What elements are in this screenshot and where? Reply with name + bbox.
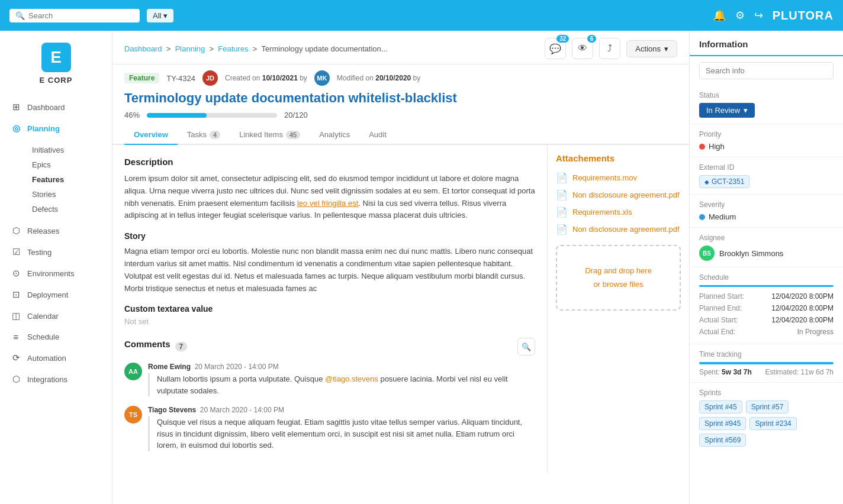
- comment-avatar: TS: [124, 406, 142, 424]
- search-icon: 🔍: [15, 11, 25, 20]
- sidebar-sub-planning: Initiatives Epics Features Stories Defec…: [0, 139, 112, 220]
- progress-bar: [147, 113, 277, 118]
- sprint-tag[interactable]: Sprint #45: [699, 400, 742, 413]
- priority-row: High: [699, 142, 834, 151]
- sidebar-item-deployment[interactable]: ⊡ Deployment: [0, 284, 112, 305]
- actual-start-row: Actual Start: 12/04/2020 8:00PM: [699, 314, 834, 326]
- sprint-tag[interactable]: Sprint #234: [749, 417, 796, 430]
- created-meta: Created on 10/10/2021 by: [225, 74, 307, 82]
- header-actions: 💬 32 👁 6 ⤴ Actions ▾: [545, 38, 677, 59]
- comment-item: AA Rome Ewing 20 March 2020 - 14:00 PM N…: [124, 363, 535, 396]
- sidebar-item-planning[interactable]: ◎ Planning: [0, 118, 112, 139]
- actions-button[interactable]: Actions ▾: [626, 40, 677, 57]
- sidebar-nav: ⊞ Dashboard ◎ Planning Initiatives Epics…: [0, 96, 112, 390]
- actual-start-val: 12/04/2020 8:00PM: [771, 316, 834, 324]
- tab-analytics[interactable]: Analytics: [310, 125, 359, 145]
- comment-text: Quisque vel risus a neque aliquam feugia…: [157, 416, 535, 451]
- attachments-title: Attachements: [556, 153, 681, 163]
- sprint-tag[interactable]: Sprint #945: [699, 417, 746, 430]
- tab-audit[interactable]: Audit: [359, 125, 396, 145]
- sidebar-item-releases[interactable]: ⬡ Releases: [0, 220, 112, 241]
- sidebar-sub-item-stories[interactable]: Stories: [25, 187, 112, 202]
- comment-meta: Tiago Stevens 20 March 2020 - 14:00 PM: [148, 406, 535, 414]
- gear-icon[interactable]: ⚙: [735, 9, 745, 22]
- comment-body: Tiago Stevens 20 March 2020 - 14:00 PM Q…: [148, 406, 535, 451]
- comment-meta: Rome Ewing 20 March 2020 - 14:00 PM: [148, 363, 535, 371]
- search-info-input[interactable]: [700, 63, 833, 79]
- status-button[interactable]: In Review ▾: [699, 103, 755, 118]
- sidebar-item-calendar[interactable]: ◫ Calendar: [0, 305, 112, 327]
- sidebar-item-integrations[interactable]: ⬡ Integrations: [0, 369, 112, 390]
- assignee-avatar: BS: [699, 245, 715, 261]
- time-estimated-val: 11w 6d 7h: [801, 368, 834, 376]
- external-id-badge[interactable]: ◆ GCT-2351: [699, 175, 749, 188]
- tab-tasks[interactable]: Tasks 4: [178, 125, 230, 145]
- comments-button[interactable]: 💬 32: [545, 38, 566, 59]
- modifier-avatar: MK: [314, 70, 330, 86]
- story-text: Magna etiam tempor orci eu lobortis. Mol…: [124, 245, 535, 295]
- breadcrumb-dashboard[interactable]: Dashboard: [124, 44, 162, 53]
- comment-text: Nullam lobortis ipsum a porta vulputate.…: [157, 373, 535, 396]
- search-info-box[interactable]: [699, 62, 834, 79]
- progress-percent: 46%: [124, 111, 140, 119]
- calendar-icon: ◫: [11, 311, 21, 321]
- share-button[interactable]: ⤴: [599, 38, 620, 59]
- search-input[interactable]: [28, 11, 105, 20]
- attachment-item[interactable]: 📄 Requirements.mov: [556, 169, 681, 186]
- releases-icon: ⬡: [11, 225, 21, 236]
- sidebar-sub-item-epics[interactable]: Epics: [25, 157, 112, 172]
- comment-item: TS Tiago Stevens 20 March 2020 - 14:00 P…: [124, 406, 535, 451]
- breadcrumb-planning[interactable]: Planning: [175, 44, 205, 53]
- deployment-icon: ⊡: [11, 289, 21, 300]
- search-filter-dropdown[interactable]: All ▾: [147, 9, 173, 22]
- sidebar-item-schedule[interactable]: ≡ Schedule: [0, 327, 112, 347]
- planned-end-val: 12/04/2020 8:00PM: [771, 304, 834, 312]
- logout-icon[interactable]: ↪: [754, 9, 763, 22]
- company-name: E CORP: [40, 76, 73, 85]
- bell-icon[interactable]: 🔔: [713, 9, 726, 22]
- comments-header: Comments 7 🔍: [124, 338, 535, 356]
- views-button[interactable]: 👁 6: [572, 38, 593, 59]
- planned-end-row: Planned End: 12/04/2020 8:00PM: [699, 302, 834, 314]
- tab-overview[interactable]: Overview: [124, 125, 178, 145]
- file-dropzone[interactable]: Drag and drop here or browse files: [556, 245, 681, 311]
- tab-linked-items[interactable]: Linked Items 45: [230, 125, 310, 145]
- priority-section: Priority High: [690, 124, 843, 157]
- sidebar-item-label: Schedule: [27, 332, 59, 341]
- priority-value: High: [709, 142, 725, 151]
- planned-end-label: Planned End:: [699, 304, 742, 312]
- search-box[interactable]: 🔍: [9, 9, 140, 22]
- schedule-icon: ≡: [11, 332, 21, 342]
- sidebar-sub-item-initiatives[interactable]: Initiatives: [25, 143, 112, 157]
- status-label: Status: [699, 91, 834, 99]
- attachment-item[interactable]: 📄 Non disclosoure agreement.pdf: [556, 186, 681, 203]
- comment-mention[interactable]: @tiago.stevens: [325, 374, 378, 383]
- breadcrumb-features[interactable]: Features: [218, 44, 248, 53]
- sidebar-item-dashboard[interactable]: ⊞ Dashboard: [0, 96, 112, 118]
- comments-badge: 32: [556, 35, 569, 43]
- dropzone-text2: or: [594, 280, 601, 289]
- comment-line: Quisque vel risus a neque aliquam feugia…: [148, 416, 535, 451]
- sprint-tag[interactable]: Sprint #569: [699, 434, 746, 447]
- external-id-section: External ID ◆ GCT-2351: [690, 157, 843, 195]
- browse-files-link[interactable]: browse files: [603, 280, 643, 289]
- sidebar-item-automation[interactable]: ⟳ Automation: [0, 347, 112, 369]
- actual-start-label: Actual Start:: [699, 316, 738, 324]
- comment-search-button[interactable]: 🔍: [517, 338, 535, 356]
- actual-end-val: In Progress: [797, 328, 834, 336]
- sidebar-item-testing[interactable]: ☑ Testing: [0, 241, 112, 263]
- attachment-item[interactable]: 📄 Non disclosoure agreement.pdf: [556, 221, 681, 238]
- sidebar-sub-item-features[interactable]: Features: [25, 172, 112, 187]
- content-side: Attachements 📄 Requirements.mov 📄 Non di…: [547, 145, 689, 473]
- planned-start-label: Planned Start:: [699, 292, 744, 301]
- sidebar-item-environments[interactable]: ⊙ Environments: [0, 263, 112, 284]
- external-id-value: GCT-2351: [712, 177, 744, 186]
- description-link[interactable]: leo vel fringilla est: [297, 199, 358, 208]
- custom-field-title: Custom textarea value: [124, 304, 535, 314]
- attachment-item[interactable]: 📄 Requirements.xls: [556, 203, 681, 221]
- sidebar-sub-item-defects[interactable]: Defects: [25, 202, 112, 217]
- sidebar-item-label: Deployment: [27, 290, 68, 299]
- right-panel: Information Status In Review ▾ Priority …: [689, 31, 843, 504]
- sprint-tag[interactable]: Sprint #57: [746, 400, 789, 413]
- chevron-down-icon: ▾: [744, 106, 748, 115]
